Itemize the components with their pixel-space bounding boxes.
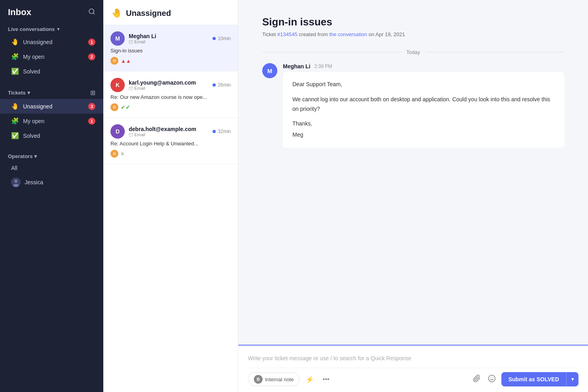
sidebar-item-label: Unassigned: [23, 103, 84, 110]
flash-button[interactable]: ⚡: [304, 374, 316, 385]
conv-sender-1: Meghan Li: [129, 33, 156, 39]
conversation-link[interactable]: the conversation: [329, 31, 367, 37]
sidebar-title: Inbox: [8, 7, 31, 17]
conversation-items: M Meghan Li Email 10min Sign-in issues: [103, 25, 238, 392]
composer-right-actions: Submit as SOLVED ▾: [471, 372, 578, 386]
sidebar-item-label: Solved: [23, 133, 95, 139]
message-avatar: M: [262, 63, 277, 78]
menu-icon: ≡: [121, 151, 124, 157]
avatar-karl: K: [110, 78, 125, 92]
submit-solved-button[interactable]: Submit as SOLVED ▾: [501, 372, 578, 386]
waving-hand-tickets-icon: 🤚: [11, 102, 19, 110]
puzzle-icon: 🧩: [11, 53, 19, 60]
unassigned-header-icon: 🤚: [111, 8, 122, 18]
more-button[interactable]: •••: [320, 374, 332, 384]
check-tickets-icon: ✅: [11, 132, 19, 139]
sidebar-item-my-open-tickets[interactable]: 🧩 My open 1: [0, 114, 103, 128]
avatar-meghan: M: [110, 31, 125, 46]
conversation-item-3[interactable]: D debra.holt@example.com Email 32min Re:…: [103, 118, 238, 164]
sidebar-item-label: Solved: [23, 68, 95, 75]
composer-placeholder[interactable]: Write your ticket message or use / to se…: [248, 352, 578, 368]
ticket-title: Sign-in issues: [262, 16, 564, 28]
check-double-icon: ✔✔: [121, 104, 130, 110]
tickets-label[interactable]: Tickets ▾: [8, 90, 30, 96]
chevron-down-icon: ▾: [57, 27, 60, 32]
operators-section-header: Operators ▾: [0, 148, 103, 162]
operators-label-text: Operators: [8, 153, 33, 159]
chevron-operators-icon: ▾: [34, 153, 37, 159]
conversation-item-2[interactable]: K karl.young@amazon.com Email 26min Re: …: [103, 71, 238, 118]
divider-label: Today: [406, 49, 420, 55]
sidebar-item-all[interactable]: All: [0, 162, 103, 174]
conv-subject-3: Re: Account Login Help & Unwanted...: [110, 141, 231, 147]
sidebar-item-label: Unassigned: [23, 39, 84, 45]
tickets-label-text: Tickets: [8, 90, 26, 96]
sender-name: Meg: [292, 130, 555, 140]
sidebar-item-jessica[interactable]: Jessica: [0, 174, 103, 190]
composer: Write your ticket message or use / to se…: [238, 345, 588, 392]
sidebar: Inbox Live conversations ▾ 🤚 Unassigned …: [0, 0, 103, 392]
tickets-add-icon[interactable]: ⊞: [90, 89, 95, 97]
svg-point-4: [13, 184, 19, 187]
conv-time-3: 32min: [213, 129, 231, 134]
attach-button[interactable]: [471, 373, 482, 386]
conversation-item-1[interactable]: M Meghan Li Email 10min Sign-in issues: [103, 25, 238, 71]
conv-list-title: Unassigned: [126, 9, 171, 18]
greeting: Dear Support Team,: [292, 80, 555, 89]
today-divider: Today: [262, 49, 564, 55]
tag-avatar-3: O: [110, 150, 118, 158]
operators-label[interactable]: Operators ▾: [8, 153, 37, 159]
jessica-label: Jessica: [25, 179, 43, 185]
message-sender: Meghan Li: [283, 63, 310, 70]
divider-line-right: [426, 52, 564, 52]
ticket-detail: Sign-in issues Ticket #134545 created fr…: [238, 0, 588, 345]
composer-left-actions: B Internal note ⚡ •••: [248, 373, 332, 386]
all-label: All: [11, 165, 17, 171]
avatar-debra: D: [110, 124, 125, 139]
conv-subject-2: Re: Our new Amazon course is now ope...: [110, 94, 231, 100]
check-icon: ✅: [11, 68, 19, 75]
badge-unassigned-tickets: 3: [88, 103, 95, 110]
conv-sender-2: karl.young@amazon.com: [129, 79, 196, 86]
internal-note-button[interactable]: B Internal note: [248, 373, 300, 386]
sidebar-item-unassigned-tickets[interactable]: 🤚 Unassigned 3: [0, 99, 103, 114]
live-conversations-label: Live conversations: [8, 26, 55, 32]
note-label: Internal note: [265, 377, 294, 382]
sidebar-item-label: My open: [23, 54, 84, 60]
conv-channel-2: Email: [129, 86, 196, 91]
sidebar-item-solved-tickets[interactable]: ✅ Solved: [0, 128, 103, 143]
message-block: M Meghan Li 2:38 PM Dear Support Team, W…: [262, 63, 564, 148]
ticket-meta-suffix: on Apr 19, 2021: [367, 31, 405, 37]
ticket-id-link[interactable]: #134545: [277, 31, 298, 37]
conv-channel-3: Email: [129, 132, 196, 137]
conv-time-1: 10min: [213, 36, 231, 41]
waving-hand-icon: 🤚: [11, 38, 19, 46]
sidebar-item-solved-live[interactable]: ✅ Solved: [0, 64, 103, 79]
flash-icon: ⚡: [306, 376, 314, 383]
note-icon: B: [254, 375, 263, 384]
badge-unassigned-live: 1: [88, 39, 95, 46]
submit-label: Submit as SOLVED: [501, 372, 566, 386]
conv-list-header: 🤚 Unassigned: [103, 0, 238, 25]
divider-line-left: [262, 52, 401, 52]
svg-line-1: [93, 13, 94, 14]
ticket-meta-prefix: Ticket: [262, 31, 277, 37]
conv-channel-1: Email: [129, 39, 156, 44]
body-text: We cannot log into our account both on d…: [292, 95, 555, 114]
ticket-meta-mid: created from: [297, 31, 329, 37]
puzzle-tickets-icon: 🧩: [11, 117, 19, 125]
message-body: Dear Support Team, We cannot log into ou…: [283, 72, 564, 148]
sidebar-item-my-open-live[interactable]: 🧩 My open 2: [0, 49, 103, 64]
sign-off: Thanks,: [292, 119, 555, 129]
conv-tags-1: O ▲▲: [110, 57, 231, 65]
sidebar-header: Inbox: [0, 0, 103, 23]
search-icon[interactable]: [88, 8, 95, 17]
sidebar-item-label: My open: [23, 118, 84, 124]
conv-subject-1: Sign-in issues: [110, 48, 231, 54]
sidebar-item-unassigned-live[interactable]: 🤚 Unassigned 1: [0, 35, 103, 49]
composer-toolbar: B Internal note ⚡ ••• Submit as SO: [248, 368, 578, 392]
live-conversations-header[interactable]: Live conversations ▾: [0, 23, 103, 35]
submit-arrow-icon[interactable]: ▾: [566, 373, 578, 386]
emoji-button[interactable]: [486, 373, 497, 386]
more-icon: •••: [323, 376, 329, 383]
